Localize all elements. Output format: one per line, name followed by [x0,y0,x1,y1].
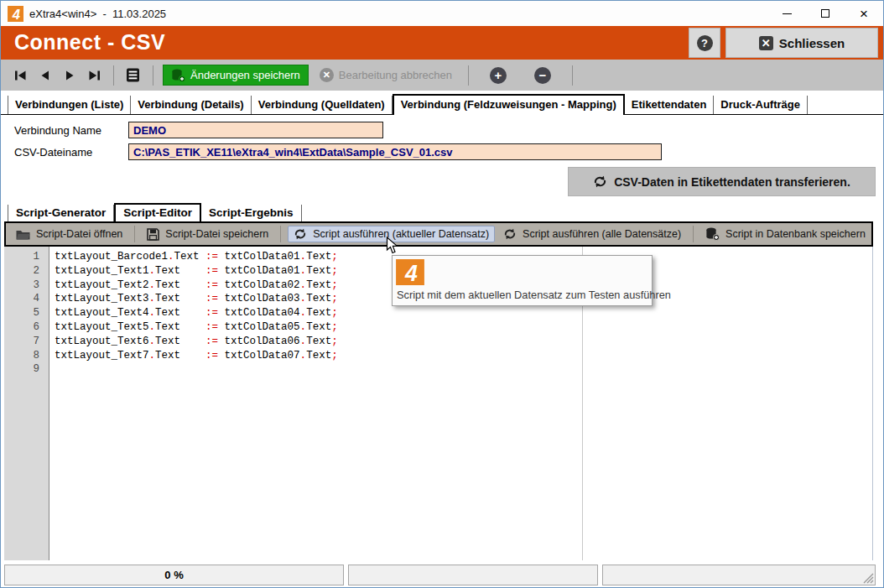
code-line: 9 [4,362,872,377]
sync-icon [593,175,607,188]
toolbar-separator [280,226,281,242]
line-number: 7 [4,335,49,349]
add-record-button[interactable]: + [488,65,508,86]
code-line: 8txtLayout_Text7.Text := txtColData07.Te… [4,349,872,363]
maximize-icon [821,9,829,18]
next-record-button[interactable] [60,65,80,86]
extra4-logo-icon: 4 [8,6,23,22]
run-script-tooltip: 4 Script mit dem aktuellen Datensatz zum… [392,255,653,306]
toolbar-separator [113,65,114,86]
cancel-circle-icon: ✕ [320,68,334,82]
toolbar-separator [693,226,694,242]
line-number: 3 [4,278,49,293]
maximize-button[interactable] [806,1,845,26]
line-number: 2 [4,264,49,278]
script-run-all-label: Script ausführen (alle Datensätze) [523,228,681,240]
script-open-button[interactable]: Script-Datei öffnen [11,226,127,242]
save-changes-button[interactable]: Änderungen speichern [163,65,309,86]
next-record-icon [64,70,75,81]
app-header: Connect - CSV ? ✕ Schliessen [1,26,883,60]
database-add-icon [171,69,185,82]
tab-verbindung-quelldaten[interactable]: Verbindung (Quelldaten) [252,96,393,114]
close-x-icon: ✕ [759,36,773,50]
csv-filename-field[interactable]: C:\PAS_ETIK_XE11\eXtra4_win4\ExtData\Sam… [128,143,662,160]
run-script-icon [503,228,517,240]
status-progress-panel: 0 % [4,565,344,585]
script-save-label: Script-Datei speichern [165,228,268,240]
csv-filename-label: CSV-Dateiname [14,146,92,159]
remove-record-button[interactable]: − [533,65,553,86]
schliessen-button[interactable]: ✕ Schliessen [725,28,878,58]
save-changes-label: Änderungen speichern [190,69,300,81]
script-save-db-button[interactable]: Script in Datenbank speichern [700,226,871,242]
schliessen-label: Schliessen [779,36,845,50]
open-folder-icon [16,229,30,240]
line-number: 5 [4,306,49,320]
tab-verbindung-feldzuweisungen[interactable]: Verbindung (Feldzuweisungen - Mapping) [393,94,625,115]
line-number: 1 [4,250,49,264]
toolbar-separator [153,65,153,86]
script-save-db-label: Script in Datenbank speichern [725,228,866,240]
resize-grip[interactable] [863,573,874,584]
title-bar: 4 eXtra4<win4> - 11.03.2025 × [1,1,883,26]
database-save-icon [705,227,720,241]
tab-etikettendaten[interactable]: Etikettendaten [625,96,715,114]
tab-verbindungen-liste[interactable]: Verbindungen (Liste) [8,96,131,114]
transfer-csv-button[interactable]: CSV-Daten in Etikettendaten transferiere… [568,167,876,196]
line-number: 6 [4,320,49,335]
record-toolbar: Änderungen speichern ✕ Bearbeitung abbre… [1,60,883,91]
code-line: 5txtLayout_Text4.Text := txtColData04.Te… [4,306,872,320]
last-record-icon [87,70,101,81]
script-run-current-label: Script ausführen (aktueller Datensatz) [313,228,489,240]
minimize-icon [783,13,792,14]
question-icon: ? [697,35,713,51]
toolbar-separator [134,226,135,242]
script-toolbar: Script-Datei öffnen Script-Datei speiche… [4,221,873,247]
code-line: 7txtLayout_Text6.Text := txtColData06.Te… [4,335,872,349]
line-number: 4 [4,292,49,306]
window-controls: × [767,1,883,26]
last-record-button[interactable] [84,65,104,86]
tab-script-generator[interactable]: Script-Generator [8,205,114,221]
page-title: Connect - CSV [14,30,165,55]
progress-value: 0 % [164,569,183,581]
mouse-cursor [386,237,398,254]
code-line: 6txtLayout_Text5.Text := txtColData05.Te… [4,320,872,335]
tab-script-ergebnis[interactable]: Script-Ergebnis [201,205,302,221]
app-window: 4 eXtra4<win4> - 11.03.2025 × Connect - … [0,0,884,588]
connection-name-field[interactable]: DEMO [128,122,383,138]
script-run-all-button[interactable]: Script ausführen (alle Datensätze) [498,226,686,242]
window-title: eXtra4<win4> - 11.03.2025 [29,8,166,20]
line-number: 8 [4,349,49,363]
help-button[interactable]: ? [689,28,720,58]
record-list-button[interactable] [123,65,143,86]
svg-text:4: 4 [12,6,20,21]
script-save-button[interactable]: Script-Datei speichern [142,226,273,242]
previous-record-button[interactable] [35,65,55,86]
cancel-edit-button[interactable]: ✕ Bearbeitung abbrechen [313,65,459,86]
script-open-label: Script-Datei öffnen [36,228,122,240]
previous-record-icon [39,70,51,81]
transfer-csv-label: CSV-Daten in Etikettendaten transferiere… [614,175,850,189]
tab-script-editor[interactable]: Script-Editor [114,203,201,223]
toolbar-separator [468,65,469,86]
first-record-button[interactable] [11,65,31,86]
extra4-logo-icon: 4 [396,259,424,285]
tab-druck-auftraege[interactable]: Druck-Aufträge [714,96,808,114]
run-script-icon [294,228,307,240]
main-tabs: Verbindungen (Liste) Verbindung (Details… [1,94,883,115]
save-disk-icon [147,228,159,241]
close-icon: × [860,7,868,21]
script-tabs: Script-Generator Script-Editor Script-Er… [1,202,883,221]
status-panel-3 [602,565,876,585]
close-button[interactable]: × [845,1,883,26]
line-number: 9 [4,362,49,377]
tooltip-text: Script mit dem aktuellen Datensatz zum T… [397,289,671,301]
minimize-button[interactable] [767,1,806,26]
plus-circle-icon: + [490,67,507,84]
records-list-icon [126,68,141,82]
first-record-icon [14,70,28,81]
minus-circle-icon: − [534,67,551,84]
tab-verbindung-details[interactable]: Verbindung (Details) [131,96,251,114]
cancel-edit-label: Bearbeitung abbrechen [339,69,452,81]
